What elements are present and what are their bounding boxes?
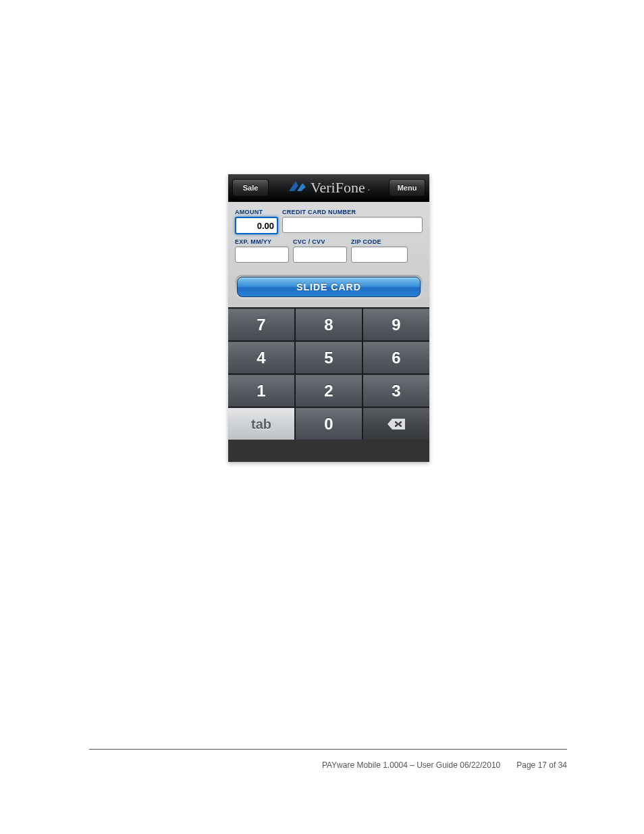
- keypad: 7 8 9 4 5 6 1 2 3 tab 0: [228, 307, 429, 440]
- navbar: Sale VeriFone . Menu: [228, 174, 429, 202]
- footer: PAYware Mobile 1.0004 – User Guide 06/22…: [305, 760, 567, 770]
- menu-button[interactable]: Menu: [389, 179, 425, 197]
- zip-input[interactable]: [351, 246, 408, 263]
- sale-button[interactable]: Sale: [232, 179, 269, 197]
- amount-label: AMOUNT: [235, 209, 278, 215]
- amount-input[interactable]: 0.00: [235, 217, 278, 234]
- verifone-logo-icon: [288, 179, 308, 197]
- cvv-label: CVC / CVV: [293, 238, 347, 245]
- brand-logo: VeriFone .: [288, 179, 370, 197]
- exp-label: EXP. MM/YY: [235, 238, 289, 245]
- key-7[interactable]: 7: [228, 309, 294, 340]
- zip-label: ZIP CODE: [351, 238, 408, 245]
- key-8[interactable]: 8: [296, 309, 362, 340]
- app-screenshot: Sale VeriFone . Menu AMOUNT 0.00: [228, 174, 429, 462]
- cvv-input[interactable]: [293, 246, 347, 263]
- card-number-input[interactable]: [282, 217, 423, 233]
- card-field-group: CREDIT CARD NUMBER: [282, 209, 423, 234]
- card-label: CREDIT CARD NUMBER: [282, 209, 423, 215]
- footer-page-number: Page 17 of 34: [516, 760, 567, 770]
- amount-field-group: AMOUNT 0.00: [235, 209, 278, 234]
- document-page: Sale VeriFone . Menu AMOUNT 0.00: [0, 0, 644, 834]
- form-area: AMOUNT 0.00 CREDIT CARD NUMBER EXP. MM/Y…: [228, 202, 429, 307]
- key-tab[interactable]: tab: [228, 408, 294, 440]
- key-9[interactable]: 9: [363, 309, 429, 340]
- cvv-field-group: CVC / CVV: [293, 238, 347, 263]
- key-6[interactable]: 6: [363, 342, 429, 373]
- key-4[interactable]: 4: [228, 342, 294, 373]
- key-3[interactable]: 3: [363, 375, 429, 407]
- key-2[interactable]: 2: [296, 375, 362, 407]
- brand-dot: .: [368, 183, 370, 192]
- footer-doc-title: PAYware Mobile 1.0004 – User Guide 06/22…: [322, 760, 500, 770]
- key-0[interactable]: 0: [296, 408, 362, 440]
- brand-text: VeriFone: [311, 179, 365, 197]
- backspace-icon: [387, 415, 405, 434]
- exp-input[interactable]: [235, 246, 289, 263]
- footer-divider: [89, 749, 567, 750]
- key-5[interactable]: 5: [296, 342, 362, 373]
- key-backspace[interactable]: [363, 408, 429, 440]
- zip-field-group: ZIP CODE: [351, 238, 408, 263]
- slide-card-button[interactable]: SLIDE CARD: [237, 277, 421, 297]
- exp-field-group: EXP. MM/YY: [235, 238, 289, 263]
- key-1[interactable]: 1: [228, 375, 294, 407]
- slide-card-wrap: SLIDE CARD: [235, 275, 423, 299]
